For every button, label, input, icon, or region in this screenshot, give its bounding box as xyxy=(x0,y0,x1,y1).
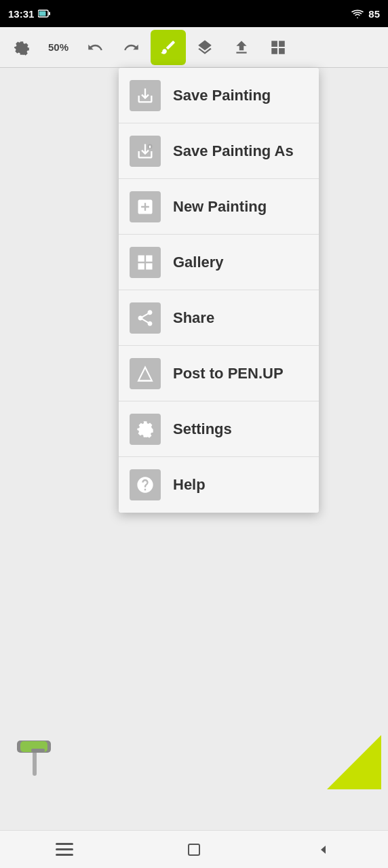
new-painting-icon xyxy=(130,191,161,222)
svg-rect-1 xyxy=(49,12,50,16)
time: 13:31 xyxy=(8,8,34,20)
color-swatch[interactable] xyxy=(327,728,381,789)
undo-button[interactable] xyxy=(77,30,113,65)
status-bar: 13:31 85 xyxy=(0,0,388,27)
redo-button[interactable] xyxy=(114,30,149,65)
settings-button[interactable] xyxy=(4,30,39,65)
brush-button[interactable] xyxy=(151,30,186,65)
save-painting-icon xyxy=(130,80,161,111)
help-label: Help xyxy=(173,476,206,494)
menu-item-new-painting[interactable]: New Painting xyxy=(119,179,319,235)
svg-rect-9 xyxy=(56,843,73,845)
settings-label: Settings xyxy=(173,420,232,438)
menu-item-share[interactable]: Share xyxy=(119,290,319,346)
gallery-grid-button[interactable] xyxy=(260,30,296,65)
nav-back-button[interactable] xyxy=(303,831,344,869)
nav-bar xyxy=(0,830,388,868)
svg-rect-10 xyxy=(56,848,73,850)
gallery-label: Gallery xyxy=(173,254,224,271)
save-painting-as-icon xyxy=(130,136,161,167)
dropdown-menu: Save Painting Save Painting As New Paint… xyxy=(119,68,319,513)
menu-item-gallery[interactable]: Gallery xyxy=(119,235,319,290)
share-icon xyxy=(130,302,161,334)
zoom-level[interactable]: 50% xyxy=(41,41,76,53)
battery-icon xyxy=(38,9,50,18)
menu-item-help[interactable]: Help xyxy=(119,457,319,513)
svg-rect-2 xyxy=(39,12,46,16)
new-painting-label: New Painting xyxy=(173,198,267,216)
menu-item-save-painting[interactable]: Save Painting xyxy=(119,68,319,123)
status-left: 13:31 xyxy=(8,8,50,20)
wifi-icon xyxy=(351,9,364,18)
paint-roller-icon xyxy=(7,728,68,789)
help-icon xyxy=(130,469,161,500)
post-penup-label: Post to PEN.UP xyxy=(173,365,284,382)
battery-percent: 85 xyxy=(368,8,380,20)
toolbar: 50% xyxy=(0,27,388,68)
share-label: Share xyxy=(173,309,214,327)
menu-item-save-painting-as[interactable]: Save Painting As xyxy=(119,123,319,179)
menu-item-settings[interactable]: Settings xyxy=(119,401,319,457)
gallery-icon xyxy=(130,247,161,278)
svg-rect-8 xyxy=(31,749,45,752)
settings-menu-icon xyxy=(130,414,161,445)
save-painting-label: Save Painting xyxy=(173,87,271,104)
svg-rect-12 xyxy=(189,844,199,855)
penup-icon xyxy=(130,358,161,389)
export-button[interactable] xyxy=(224,30,259,65)
svg-rect-11 xyxy=(56,854,73,856)
nav-home-button[interactable] xyxy=(174,831,214,869)
layers-button[interactable] xyxy=(187,30,222,65)
canvas-area: Save Painting Save Painting As New Paint… xyxy=(0,68,388,830)
save-painting-as-label: Save Painting As xyxy=(173,142,294,160)
status-right: 85 xyxy=(351,8,380,20)
nav-menu-button[interactable] xyxy=(44,831,85,869)
menu-item-post-penup[interactable]: Post to PEN.UP xyxy=(119,346,319,401)
